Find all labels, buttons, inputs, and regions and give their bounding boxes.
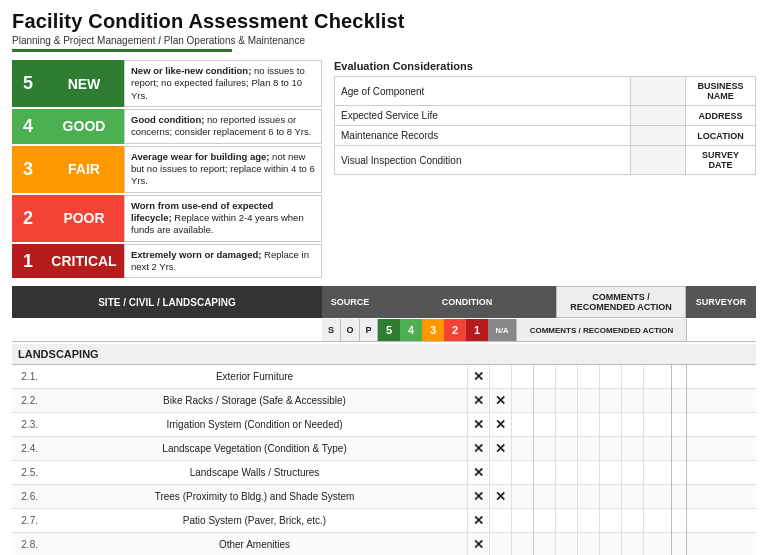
eval-right-4: SURVEY DATE: [686, 146, 756, 175]
rating-num-1: 1: [12, 244, 44, 279]
cond-1: 1: [466, 319, 488, 341]
eval-row-1: Age of Component BUSINESS NAME: [335, 77, 756, 106]
cond-2: 2: [444, 319, 466, 341]
sr-p: P: [360, 319, 378, 341]
rating-desc-4: Good condition; no reported issues or co…: [124, 109, 322, 144]
eval-row-2: Expected Service Life ADDRESS: [335, 106, 756, 126]
eval-title: Evaluation Considerations: [334, 60, 756, 72]
comments-sub: COMMENTS / RECOMENDED ACTION: [516, 319, 686, 341]
rating-row-3: 3 FAIR Average wear for building age; no…: [12, 146, 322, 193]
rating-row-4: 4 GOOD Good condition; no reported issue…: [12, 109, 322, 144]
table-row: 2.1.Exterior Furniture✕: [12, 365, 756, 389]
green-divider: [12, 49, 232, 52]
section-label: LANDSCAPING: [12, 344, 756, 365]
eval-label-3: Maintenance Records: [335, 126, 631, 146]
eval-right-1: BUSINESS NAME: [686, 77, 756, 106]
eval-label-1: Age of Component: [335, 77, 631, 106]
sub-header-row: S O P 5 4 3 2 1 N/A COMMENTS / RECOMENDE…: [12, 319, 756, 342]
eval-row-4: Visual Inspection Condition SURVEY DATE: [335, 146, 756, 175]
sr-site-spacer: [12, 319, 322, 341]
eval-right-2: ADDRESS: [686, 106, 756, 126]
rating-num-2: 2: [12, 195, 44, 242]
table-row: 2.2.Bike Racks / Storage (Safe & Accessi…: [12, 389, 756, 413]
eval-row-3: Maintenance Records LOCATION: [335, 126, 756, 146]
header: Facility Condition Assessment Checklist …: [12, 10, 756, 52]
source-header: SOURCE: [322, 286, 378, 318]
cond-na: N/A: [488, 319, 516, 341]
eval-table: Age of Component BUSINESS NAME Expected …: [334, 76, 756, 175]
eval-value-1: [631, 77, 686, 106]
eval-panel: Evaluation Considerations Age of Compone…: [334, 60, 756, 280]
surveyor-sub: [686, 319, 756, 341]
full-header: SITE / CIVIL / LANDSCAPING SOURCE CONDIT…: [12, 286, 756, 318]
eval-label-4: Visual Inspection Condition: [335, 146, 631, 175]
rating-desc-2: Worn from use-end of expected lifecycle;…: [124, 195, 322, 242]
table-row: 2.4.Landscape Vegetation (Condition & Ty…: [12, 437, 756, 461]
rating-desc-1: Extremely worn or damaged; Replace in ne…: [124, 244, 322, 279]
data-table: 2.1.Exterior Furniture✕2.2.Bike Racks / …: [12, 365, 756, 555]
table-row: 2.8.Other Amenities✕: [12, 533, 756, 555]
comments-header: COMMENTS / RECOMENDED ACTION: [556, 286, 686, 318]
sr-o: O: [341, 319, 360, 341]
surveyor-header: SURVEYOR: [686, 286, 756, 318]
page-subtitle: Planning & Project Management / Plan Ope…: [12, 35, 756, 46]
rating-label-1: CRITICAL: [44, 244, 124, 279]
page: Facility Condition Assessment Checklist …: [0, 0, 768, 555]
sr-s: S: [322, 319, 341, 341]
cond-5: 5: [378, 319, 400, 341]
table-row: 2.3.Irrigation System (Condition or Need…: [12, 413, 756, 437]
rating-label-5: NEW: [44, 60, 124, 107]
site-civil-header: SITE / CIVIL / LANDSCAPING: [12, 286, 322, 318]
eval-value-3: [631, 126, 686, 146]
rating-num-4: 4: [12, 109, 44, 144]
eval-value-2: [631, 106, 686, 126]
condition-header: CONDITION: [378, 286, 556, 318]
rating-label-3: FAIR: [44, 146, 124, 193]
table-row: 2.5.Landscape Walls / Structures✕: [12, 461, 756, 485]
rating-row-2: 2 POOR Worn from use-end of expected lif…: [12, 195, 322, 242]
cond-4: 4: [400, 319, 422, 341]
rating-row-1: 1 CRITICAL Extremely worn or damaged; Re…: [12, 244, 322, 279]
rating-num-5: 5: [12, 60, 44, 107]
rating-desc-3: Average wear for building age; not new b…: [124, 146, 322, 193]
page-title: Facility Condition Assessment Checklist: [12, 10, 756, 33]
table-row: 2.6.Trees (Proximity to Bldg.) and Shade…: [12, 485, 756, 509]
rating-label-2: POOR: [44, 195, 124, 242]
eval-value-4: [631, 146, 686, 175]
rating-desc-5: New or like-new condition; no issues to …: [124, 60, 322, 107]
rating-table: 5 NEW New or like-new condition; no issu…: [12, 60, 322, 280]
rating-num-3: 3: [12, 146, 44, 193]
table-row: 2.7.Patio System (Paver, Brick, etc.)✕: [12, 509, 756, 533]
eval-label-2: Expected Service Life: [335, 106, 631, 126]
cond-3: 3: [422, 319, 444, 341]
rating-row-5: 5 NEW New or like-new condition; no issu…: [12, 60, 322, 107]
rating-label-4: GOOD: [44, 109, 124, 144]
main-layout: 5 NEW New or like-new condition; no issu…: [12, 60, 756, 280]
eval-right-3: LOCATION: [686, 126, 756, 146]
